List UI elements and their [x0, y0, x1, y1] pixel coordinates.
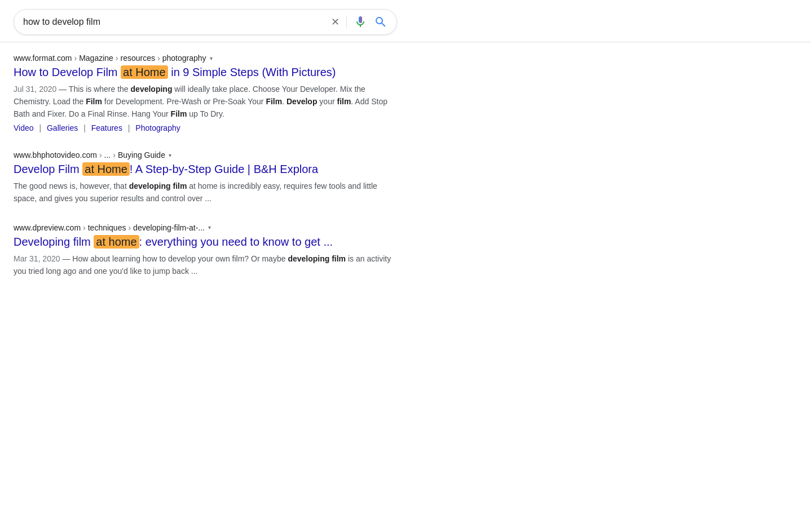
separator: ›: [128, 223, 131, 232]
results-container: www.format.com › Magazine › resources › …: [0, 42, 406, 277]
result-domain: www.dpreview.com: [14, 223, 81, 232]
separator: ›: [157, 54, 160, 63]
divider: [346, 15, 347, 29]
dropdown-arrow-icon[interactable]: ▾: [208, 224, 211, 230]
result-path-2: developing-film-at-...: [133, 223, 205, 232]
result-domain: www.bhphotovideo.com: [14, 150, 97, 159]
result-path-1: techniques: [88, 223, 126, 232]
result-url: www.dpreview.com › techniques › developi…: [14, 223, 393, 232]
result-link-features[interactable]: Features: [91, 123, 122, 132]
result-links: Video | Galleries | Features | Photograp…: [14, 123, 393, 132]
separator: ›: [99, 150, 102, 159]
mic-icon[interactable]: [354, 15, 367, 29]
result-path-2: Buying Guide: [118, 150, 165, 159]
result-date: Mar 31, 2020: [14, 254, 60, 263]
separator: ›: [74, 54, 77, 63]
highlight: at Home: [121, 65, 168, 79]
search-icon[interactable]: [374, 15, 387, 29]
result-snippet: Jul 31, 2020 — This is where the develop…: [14, 83, 393, 120]
result-title[interactable]: Develop Film at Home! A Step-by-Step Gui…: [14, 162, 393, 176]
result-domain: www.format.com: [14, 54, 72, 63]
dropdown-arrow-icon[interactable]: ▾: [169, 152, 171, 158]
result-link-video[interactable]: Video: [14, 123, 34, 132]
result-link-photography[interactable]: Photography: [135, 123, 180, 132]
result-item: www.dpreview.com › techniques › developi…: [14, 223, 393, 277]
highlight: at Home: [82, 162, 130, 176]
search-bar: ✕: [14, 9, 397, 35]
separator: ›: [113, 150, 116, 159]
pipe-separator: |: [39, 123, 41, 132]
pipe-separator: |: [83, 123, 86, 132]
result-path-3: photography: [162, 54, 206, 63]
result-title[interactable]: Developing film at home: everything you …: [14, 234, 393, 249]
search-bar-container: ✕: [0, 0, 811, 42]
clear-icon[interactable]: ✕: [331, 16, 340, 28]
result-path-1: Magazine: [79, 54, 113, 63]
result-date: Jul 31, 2020: [14, 85, 56, 94]
search-icons: ✕: [331, 15, 387, 29]
result-link-galleries[interactable]: Galleries: [47, 123, 78, 132]
result-item: www.format.com › Magazine › resources › …: [14, 54, 393, 132]
search-input[interactable]: [23, 17, 331, 27]
result-path-1: ...: [104, 150, 111, 159]
separator: ›: [83, 223, 86, 232]
result-url: www.bhphotovideo.com › ... › Buying Guid…: [14, 150, 393, 159]
result-title[interactable]: How to Develop Film at Home in 9 Simple …: [14, 65, 393, 79]
highlight: at home: [94, 235, 139, 249]
result-snippet: Mar 31, 2020 — How about learning how to…: [14, 252, 393, 277]
result-url: www.format.com › Magazine › resources › …: [14, 54, 393, 63]
dropdown-arrow-icon[interactable]: ▾: [210, 55, 213, 61]
result-path-2: resources: [121, 54, 155, 63]
result-item: www.bhphotovideo.com › ... › Buying Guid…: [14, 150, 393, 205]
separator: ›: [116, 54, 118, 63]
result-snippet: The good news is, however, that developi…: [14, 180, 393, 205]
pipe-separator: |: [128, 123, 130, 132]
